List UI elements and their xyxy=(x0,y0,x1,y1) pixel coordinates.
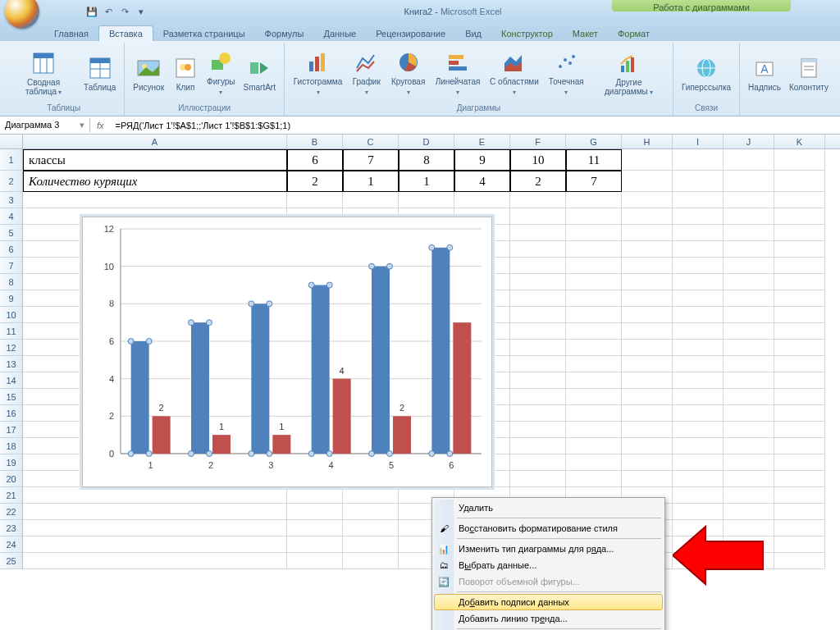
cell-F8[interactable] xyxy=(510,274,566,290)
cell-G1[interactable]: 11 xyxy=(566,149,622,171)
col-G[interactable]: G xyxy=(566,135,622,148)
cell-B3[interactable] xyxy=(287,192,343,208)
cell-G2[interactable]: 7 xyxy=(566,171,622,192)
row-header-24[interactable]: 24 xyxy=(0,536,23,553)
cell-J12[interactable] xyxy=(724,340,774,356)
pie-chart-button[interactable]: Круговая xyxy=(386,48,429,98)
cell-I17[interactable] xyxy=(673,422,724,438)
cell-I6[interactable] xyxy=(673,241,724,258)
row-header-3[interactable]: 3 xyxy=(0,192,23,208)
name-box[interactable]: Диаграмма 3 ▾ xyxy=(0,118,90,132)
row-header-21[interactable]: 21 xyxy=(0,487,23,504)
cell-K11[interactable] xyxy=(774,323,825,340)
cell-I11[interactable] xyxy=(673,323,724,340)
cell-F4[interactable] xyxy=(510,208,566,225)
cell-F15[interactable] xyxy=(510,389,566,405)
ctx-delete[interactable]: Удалить xyxy=(434,500,663,516)
cell-I14[interactable] xyxy=(673,372,724,389)
cell-J8[interactable] xyxy=(724,274,774,290)
cell-I5[interactable] xyxy=(673,225,724,241)
row-header-25[interactable]: 25 xyxy=(0,553,23,569)
cell-J15[interactable] xyxy=(724,389,774,405)
cell-C23[interactable] xyxy=(343,520,399,536)
row-header-9[interactable]: 9 xyxy=(0,290,23,307)
cell-I16[interactable] xyxy=(673,405,724,422)
cell-J17[interactable] xyxy=(724,422,774,438)
cell-J11[interactable] xyxy=(724,323,774,340)
cell-H19[interactable] xyxy=(622,454,673,471)
cell-D2[interactable]: 1 xyxy=(399,171,454,192)
tab-page-layout[interactable]: Разметка страницы xyxy=(153,26,255,41)
cell-G5[interactable] xyxy=(566,225,622,241)
cell-J18[interactable] xyxy=(724,438,774,454)
select-all-corner[interactable] xyxy=(0,135,23,148)
cell-J13[interactable] xyxy=(724,356,774,372)
cell-A21[interactable] xyxy=(23,487,287,504)
cell-J3[interactable] xyxy=(724,192,774,208)
cell-H20[interactable] xyxy=(622,471,673,487)
cell-D1[interactable]: 8 xyxy=(399,149,454,171)
cell-J14[interactable] xyxy=(724,372,774,389)
cell-A24[interactable] xyxy=(23,536,287,553)
tab-home[interactable]: Главная xyxy=(44,26,98,41)
undo-icon[interactable]: ↶ xyxy=(102,5,115,18)
cell-I2[interactable] xyxy=(673,171,724,192)
ctx-change-chart-type[interactable]: 📊Изменить тип диаграммы для ряда... xyxy=(434,541,663,557)
cell-H14[interactable] xyxy=(622,372,673,389)
cell-G10[interactable] xyxy=(566,307,622,323)
cell-H2[interactable] xyxy=(622,171,673,192)
cell-F6[interactable] xyxy=(510,241,566,258)
cell-H8[interactable] xyxy=(622,274,673,290)
cell-G7[interactable] xyxy=(566,258,622,274)
cell-K4[interactable] xyxy=(774,208,825,225)
row-header-8[interactable]: 8 xyxy=(0,274,23,290)
cell-J10[interactable] xyxy=(724,307,774,323)
cell-G14[interactable] xyxy=(566,372,622,389)
cell-K6[interactable] xyxy=(774,241,825,258)
cell-G13[interactable] xyxy=(566,356,622,372)
cell-J9[interactable] xyxy=(724,290,774,307)
cell-K8[interactable] xyxy=(774,274,825,290)
cell-G15[interactable] xyxy=(566,389,622,405)
redo-icon[interactable]: ↷ xyxy=(118,5,131,18)
picture-button[interactable]: Рисунок xyxy=(130,53,167,94)
cell-F20[interactable] xyxy=(510,471,566,487)
row-header-14[interactable]: 14 xyxy=(0,372,23,389)
chart-object[interactable]: 02468101221121344256 xyxy=(82,217,492,487)
row-header-15[interactable]: 15 xyxy=(0,389,23,405)
cell-F19[interactable] xyxy=(510,454,566,471)
cell-J5[interactable] xyxy=(724,225,774,241)
cell-B2[interactable]: 2 xyxy=(287,171,343,192)
line-chart-button[interactable]: График xyxy=(348,48,385,98)
ctx-add-data-labels[interactable]: Добавить подписи данных xyxy=(434,594,663,610)
cell-I1[interactable] xyxy=(673,149,724,171)
textbox-button[interactable]: AНадпись xyxy=(745,53,784,94)
scatter-chart-button[interactable]: Точечная xyxy=(545,48,589,98)
row-header-23[interactable]: 23 xyxy=(0,520,23,536)
cell-C24[interactable] xyxy=(343,536,399,553)
cell-I9[interactable] xyxy=(673,290,724,307)
cell-C3[interactable] xyxy=(343,192,399,208)
col-J[interactable]: J xyxy=(724,135,774,148)
cell-H18[interactable] xyxy=(622,438,673,454)
cell-I8[interactable] xyxy=(673,274,724,290)
cell-F16[interactable] xyxy=(510,405,566,422)
cell-F2[interactable]: 2 xyxy=(510,171,566,192)
col-A[interactable]: A xyxy=(23,135,287,148)
other-charts-button[interactable]: Другие диаграммы xyxy=(590,48,668,98)
cell-G11[interactable] xyxy=(566,323,622,340)
cell-J6[interactable] xyxy=(724,241,774,258)
cell-H12[interactable] xyxy=(622,340,673,356)
row-header-1[interactable]: 1 xyxy=(0,149,23,171)
row-header-2[interactable]: 2 xyxy=(0,171,23,192)
cell-G8[interactable] xyxy=(566,274,622,290)
cell-A22[interactable] xyxy=(23,504,287,520)
tab-layout[interactable]: Макет xyxy=(563,26,608,41)
cell-F14[interactable] xyxy=(510,372,566,389)
cell-I3[interactable] xyxy=(673,192,724,208)
cell-K1[interactable] xyxy=(774,149,825,171)
cell-K15[interactable] xyxy=(774,389,825,405)
tab-data[interactable]: Данные xyxy=(313,26,366,41)
cell-I13[interactable] xyxy=(673,356,724,372)
cell-F1[interactable]: 10 xyxy=(510,149,566,171)
